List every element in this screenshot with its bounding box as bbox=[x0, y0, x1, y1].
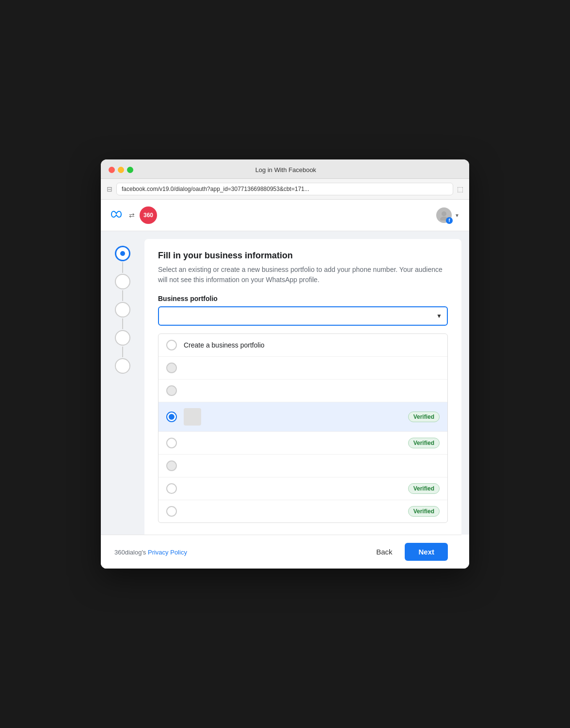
back-button[interactable]: Back bbox=[368, 544, 400, 560]
section-description: Select an existing or create a new busin… bbox=[158, 265, 448, 285]
app-header: ⇄ 360 f ▼ bbox=[101, 200, 469, 231]
field-label: Business portfolio bbox=[158, 295, 448, 302]
svg-point-0 bbox=[442, 211, 446, 216]
footer-bar: 360dialog's Privacy Policy Back Next bbox=[101, 535, 461, 569]
cast-icon[interactable]: ⬚ bbox=[457, 185, 463, 193]
option-create-label: Create a business portfolio bbox=[184, 341, 440, 349]
title-bar: Log in With Facebook bbox=[101, 159, 469, 179]
radio-4-inner bbox=[169, 414, 174, 420]
option-7[interactable]: Verified bbox=[158, 477, 447, 500]
options-list: Create a business portfolio bbox=[158, 333, 448, 523]
radio-5[interactable] bbox=[166, 438, 177, 448]
main-layout: Fill in your business information Select… bbox=[101, 231, 469, 535]
step-connector-1-2 bbox=[122, 262, 123, 273]
next-button[interactable]: Next bbox=[405, 543, 448, 561]
step-4 bbox=[115, 330, 130, 346]
address-text: facebook.com/v19.0/dialog/oauth?app_id=3… bbox=[122, 186, 309, 192]
user-menu[interactable]: f ▼ bbox=[436, 207, 459, 223]
radio-4[interactable] bbox=[166, 411, 177, 422]
radio-create[interactable] bbox=[166, 340, 177, 350]
step-2 bbox=[115, 274, 130, 289]
business-portfolio-select[interactable] bbox=[158, 306, 448, 326]
address-bar-row: ⊟ facebook.com/v19.0/dialog/oauth?app_id… bbox=[101, 179, 469, 200]
footer-prefix: 360dialog's bbox=[114, 549, 148, 556]
facebook-badge: f bbox=[446, 217, 453, 224]
content-area: Fill in your business information Select… bbox=[144, 239, 461, 535]
option-4-logo bbox=[184, 408, 201, 426]
browser-content: ⇄ 360 f ▼ bbox=[101, 200, 469, 569]
meta-logo bbox=[111, 209, 124, 222]
verified-badge-4: Verified bbox=[408, 411, 440, 422]
badge-360: 360 bbox=[140, 206, 157, 224]
browser-window: Log in With Facebook ⊟ facebook.com/v19.… bbox=[101, 159, 469, 569]
chevron-down-icon: ▼ bbox=[455, 213, 459, 218]
nav-settings-icon[interactable]: ⊟ bbox=[107, 185, 112, 193]
step-circle-2 bbox=[115, 274, 130, 289]
privacy-policy-link[interactable]: Privacy Policy bbox=[148, 549, 187, 556]
steps-sidebar bbox=[101, 231, 144, 535]
option-3[interactable] bbox=[158, 380, 447, 402]
step-connector-3-4 bbox=[122, 318, 123, 329]
verified-badge-8: Verified bbox=[408, 506, 440, 517]
avatar: f bbox=[436, 207, 452, 223]
address-bar[interactable]: facebook.com/v19.0/dialog/oauth?app_id=3… bbox=[116, 183, 453, 195]
window-title: Log in With Facebook bbox=[110, 166, 461, 174]
option-create[interactable]: Create a business portfolio bbox=[158, 334, 447, 357]
radio-3[interactable] bbox=[166, 385, 177, 396]
option-6[interactable] bbox=[158, 455, 447, 477]
radio-7[interactable] bbox=[166, 483, 177, 494]
option-8[interactable]: Verified bbox=[158, 500, 447, 522]
verified-badge-7: Verified bbox=[408, 483, 440, 494]
step-circle-3 bbox=[115, 302, 130, 317]
option-2[interactable] bbox=[158, 357, 447, 380]
step-3 bbox=[115, 302, 130, 317]
step-circle-4 bbox=[115, 330, 130, 346]
option-4-selected[interactable]: Verified bbox=[158, 402, 447, 432]
footer-text: 360dialog's Privacy Policy bbox=[114, 548, 187, 556]
sync-icon: ⇄ bbox=[129, 211, 135, 219]
radio-8[interactable] bbox=[166, 506, 177, 517]
dropdown-wrapper[interactable]: ▼ bbox=[158, 306, 448, 326]
step-connector-4-5 bbox=[122, 347, 123, 357]
option-5[interactable]: Verified bbox=[158, 432, 447, 455]
step-circle-1 bbox=[115, 246, 130, 261]
section-title: Fill in your business information bbox=[158, 251, 448, 261]
footer-actions: Back Next bbox=[368, 543, 448, 561]
radio-2[interactable] bbox=[166, 363, 177, 373]
step-1 bbox=[115, 246, 130, 261]
step-connector-2-3 bbox=[122, 290, 123, 301]
step-5 bbox=[115, 358, 130, 374]
verified-badge-5: Verified bbox=[408, 438, 440, 448]
radio-6[interactable] bbox=[166, 460, 177, 471]
step-circle-5 bbox=[115, 358, 130, 374]
logo-group: ⇄ 360 bbox=[111, 206, 157, 224]
